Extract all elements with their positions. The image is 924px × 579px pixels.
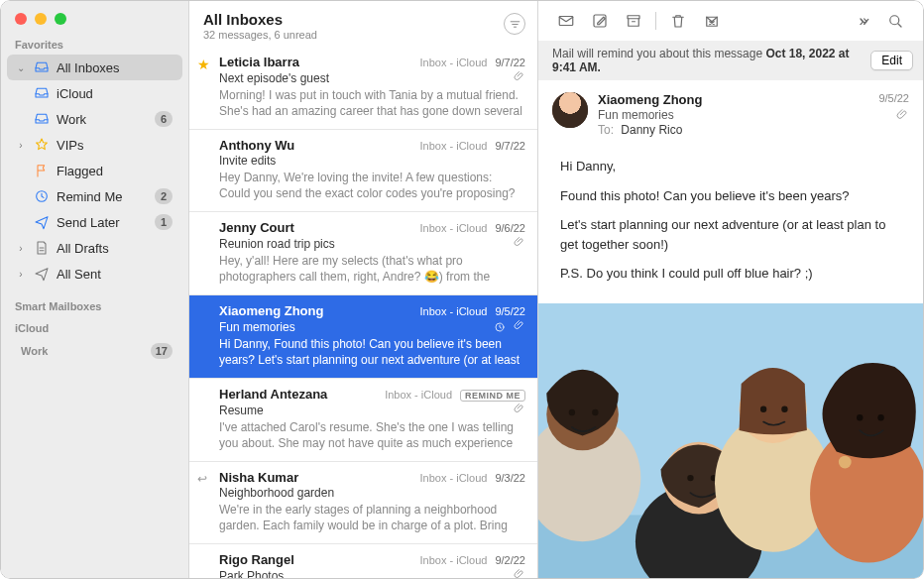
clock-icon xyxy=(494,321,506,333)
svg-rect-2 xyxy=(559,17,573,26)
sidebar-item-all-drafts[interactable]: › All Drafts xyxy=(7,235,182,261)
message-list-item[interactable]: ★Leticia IbarraInbox - iCloud9/7/22Next … xyxy=(189,47,537,130)
mailbox-title: All Inboxes xyxy=(203,11,504,28)
svg-rect-4 xyxy=(628,16,639,19)
message-list-item[interactable]: Xiaomeng ZhongInbox - iCloud9/5/22Fun me… xyxy=(189,295,537,379)
compose-icon[interactable] xyxy=(584,8,616,34)
fullscreen-window-button[interactable] xyxy=(55,13,66,25)
sidebar-item-flagged[interactable]: Flagged xyxy=(7,158,182,183)
filter-button[interactable] xyxy=(504,13,525,35)
message-preview: Hey, y'all! Here are my selects (that's … xyxy=(219,253,525,285)
sidebar-item-all-inboxes[interactable]: ⌄ All Inboxes xyxy=(7,55,182,80)
message-body: Hi Danny,Found this photo! Can you belie… xyxy=(538,145,923,303)
attachment-icon xyxy=(514,70,525,85)
sidebar-item-icloud-inbox[interactable]: iCloud xyxy=(7,80,182,106)
message-date: 9/5/22 xyxy=(878,92,909,104)
message-list-item[interactable]: Herland AntezanaInbox - iCloudREMIND MER… xyxy=(189,379,537,462)
message-location: Inbox - iCloud xyxy=(385,389,452,401)
inbox-icon xyxy=(33,111,51,127)
message-subject: Reunion road trip pics xyxy=(219,237,506,251)
trash-icon[interactable] xyxy=(662,8,694,34)
close-window-button[interactable] xyxy=(15,13,27,25)
chevron-right-icon[interactable]: › xyxy=(15,269,27,280)
chevron-down-icon[interactable]: ⌄ xyxy=(15,62,27,73)
reply-indicator-icon: ↩ xyxy=(197,472,207,486)
message-list-item[interactable]: Rigo RangelInbox - iCloud9/2/22Park Phot… xyxy=(189,544,537,578)
message-list-item[interactable]: ↩Nisha KumarInbox - iCloud9/3/22Neighbor… xyxy=(189,462,537,544)
sidebar-section-smart[interactable]: Smart Mailboxes xyxy=(1,294,188,316)
sidebar-item-remind-me[interactable]: Remind Me 2 xyxy=(7,183,182,209)
sidebar-item-all-sent[interactable]: › All Sent xyxy=(7,261,182,287)
message-date: 9/2/22 xyxy=(495,554,525,566)
message-subject: Fun memories xyxy=(219,320,486,334)
star-icon xyxy=(33,137,51,153)
unread-badge: 6 xyxy=(155,111,173,127)
sidebar-section-label: Work xyxy=(21,345,145,357)
message-sender: Xiaomeng Zhong xyxy=(219,303,412,318)
toolbar: » xyxy=(538,1,923,41)
inbox-icon xyxy=(33,85,51,101)
sender-avatar[interactable] xyxy=(552,92,588,128)
message-list[interactable]: ★Leticia IbarraInbox - iCloud9/7/22Next … xyxy=(189,47,537,578)
more-icon[interactable]: » xyxy=(846,8,877,34)
sidebar-section-icloud[interactable]: iCloud xyxy=(1,316,188,338)
chevron-right-icon[interactable]: › xyxy=(15,243,27,254)
sidebar-item-label: Remind Me xyxy=(57,189,149,204)
message-header: Xiaomeng Zhong Fun memories To: Danny Ri… xyxy=(538,80,923,145)
sidebar-section-favorites: Favorites xyxy=(1,33,188,55)
sidebar-item-label: All Drafts xyxy=(57,241,173,256)
message-location: Inbox - iCloud xyxy=(420,554,488,566)
message-date: 9/7/22 xyxy=(495,140,525,152)
message-list-item[interactable]: Anthony WuInbox - iCloud9/7/22Invite edi… xyxy=(189,130,537,212)
message-date: 9/5/22 xyxy=(495,305,525,317)
message-from[interactable]: Xiaomeng Zhong xyxy=(598,92,868,107)
message-location: Inbox - iCloud xyxy=(420,57,488,68)
message-subject: Fun memories xyxy=(598,108,868,122)
message-subject: Next episode's guest xyxy=(219,71,506,85)
junk-icon[interactable] xyxy=(696,8,728,34)
message-sender: Jenny Court xyxy=(219,220,412,235)
sidebar-item-label: All Sent xyxy=(57,267,173,282)
message-preview: Hey Danny, We're loving the invite! A fe… xyxy=(219,170,525,201)
search-icon[interactable] xyxy=(879,8,911,34)
send-later-icon xyxy=(33,214,51,230)
remind-banner: Mail will remind you about this message … xyxy=(538,41,923,80)
window-controls xyxy=(1,1,188,33)
message-list-item[interactable]: Jenny CourtInbox - iCloud9/6/22Reunion r… xyxy=(189,212,537,295)
chevron-right-icon[interactable]: › xyxy=(15,140,27,151)
message-to-line: To: Danny Rico xyxy=(598,123,868,137)
message-date: 9/3/22 xyxy=(495,472,525,484)
sidebar-item-label: All Inboxes xyxy=(57,60,173,75)
to-name[interactable]: Danny Rico xyxy=(621,123,682,137)
envelope-icon[interactable] xyxy=(550,8,582,34)
message-sender: Rigo Rangel xyxy=(219,552,412,567)
attachment-icon[interactable] xyxy=(896,108,909,123)
svg-point-24 xyxy=(877,414,883,420)
drafts-icon xyxy=(33,240,51,256)
message-body-paragraph: P.S. Do you think I could pull off blue … xyxy=(560,264,901,284)
sidebar-item-vips[interactable]: › VIPs xyxy=(7,132,182,158)
archive-icon[interactable] xyxy=(618,8,649,34)
sidebar-section-work[interactable]: Work 17 xyxy=(7,340,182,362)
message-location: Inbox - iCloud xyxy=(420,472,488,484)
message-date: 9/6/22 xyxy=(495,222,525,234)
message-location: Inbox - iCloud xyxy=(420,140,488,152)
message-sender: Herland Antezana xyxy=(219,387,377,402)
sidebar-item-send-later[interactable]: Send Later 1 xyxy=(7,209,182,235)
clock-icon xyxy=(33,188,51,204)
svg-point-25 xyxy=(839,455,852,468)
message-preview: I've attached Carol's resume. She's the … xyxy=(219,419,525,451)
message-subject: Resume xyxy=(219,404,506,417)
count-badge: 17 xyxy=(151,343,173,359)
remind-me-badge: REMIND ME xyxy=(460,390,525,402)
message-preview: Hi Danny, Found this photo! Can you beli… xyxy=(219,336,525,368)
edit-remind-button[interactable]: Edit xyxy=(870,51,913,70)
attached-photo[interactable] xyxy=(538,303,923,579)
svg-point-11 xyxy=(569,408,575,414)
attachment-icon xyxy=(514,236,525,251)
minimize-window-button[interactable] xyxy=(35,13,47,25)
sidebar-item-work-inbox[interactable]: Work 6 xyxy=(7,106,182,132)
inbox-icon xyxy=(33,59,51,75)
sidebar-item-label: iCloud xyxy=(57,86,173,101)
message-location: Inbox - iCloud xyxy=(420,305,488,317)
